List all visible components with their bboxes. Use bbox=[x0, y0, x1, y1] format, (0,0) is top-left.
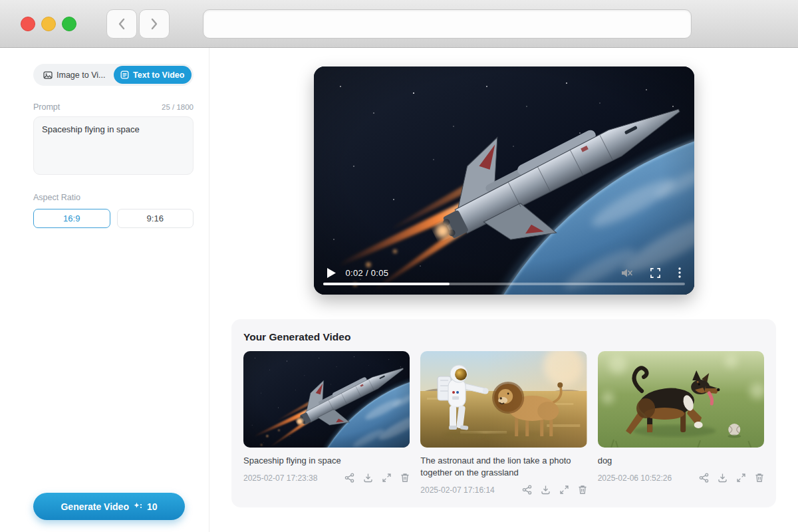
gallery-title: Your Generated Video bbox=[243, 331, 764, 343]
browser-chrome bbox=[0, 0, 798, 48]
nav-buttons bbox=[106, 9, 170, 39]
dog-thumbnail-image bbox=[598, 351, 764, 448]
download-icon bbox=[363, 473, 373, 483]
card-thumbnail-astronaut-lion[interactable] bbox=[420, 351, 587, 448]
video-card: The astronaut and the lion take a photo … bbox=[420, 351, 587, 495]
sidebar: Image to Vi... Text to Video Prompt 25 /… bbox=[0, 48, 209, 532]
share-button[interactable] bbox=[522, 485, 532, 495]
traffic-light-zoom-button[interactable] bbox=[62, 17, 76, 31]
card-title: Spaceship flying in space bbox=[243, 455, 410, 467]
credits-sparkle-icon bbox=[133, 502, 143, 511]
main-content: 0:02 / 0:05 bbox=[209, 48, 798, 532]
generate-video-label: Generate Video bbox=[61, 501, 128, 512]
mode-tabs: Image to Vi... Text to Video bbox=[33, 64, 194, 86]
tab-image-to-video[interactable]: Image to Vi... bbox=[35, 66, 114, 84]
play-button[interactable] bbox=[327, 268, 336, 278]
download-icon bbox=[541, 485, 551, 495]
play-icon bbox=[327, 268, 336, 278]
fullscreen-icon bbox=[650, 268, 660, 278]
download-button[interactable] bbox=[541, 485, 551, 495]
card-timestamp: 2025-02-07 17:23:38 bbox=[243, 473, 317, 483]
card-thumbnail-spaceship[interactable] bbox=[243, 351, 410, 448]
kebab-menu-icon bbox=[678, 267, 681, 278]
traffic-light-minimize-button[interactable] bbox=[41, 17, 56, 31]
mute-button[interactable] bbox=[621, 268, 632, 278]
share-icon bbox=[699, 473, 709, 483]
tab-label: Image to Vi... bbox=[57, 70, 105, 80]
trash-icon bbox=[400, 473, 410, 483]
back-chevron-icon bbox=[116, 17, 128, 31]
share-button[interactable] bbox=[699, 473, 709, 483]
card-thumbnail-dog[interactable] bbox=[598, 351, 764, 448]
video-card: dog 2025-02-06 10:52:26 bbox=[598, 351, 764, 495]
forward-chevron-icon bbox=[148, 17, 160, 31]
aspect-ratio-options: 16:9 9:16 bbox=[33, 209, 194, 228]
progress-fill bbox=[323, 283, 450, 285]
url-bar-input[interactable] bbox=[203, 9, 692, 39]
video-card: Spaceship flying in space 2025-02-07 17:… bbox=[243, 351, 410, 495]
share-icon bbox=[522, 485, 532, 495]
document-icon bbox=[120, 70, 129, 79]
astronaut-lion-thumbnail-image bbox=[420, 351, 587, 448]
trash-icon bbox=[578, 485, 587, 495]
tab-text-to-video[interactable]: Text to Video bbox=[114, 66, 192, 84]
gallery-cards: Spaceship flying in space 2025-02-07 17:… bbox=[243, 351, 764, 495]
card-title: dog bbox=[598, 455, 764, 467]
share-button[interactable] bbox=[344, 473, 354, 483]
prompt-label: Prompt bbox=[33, 102, 60, 112]
expand-icon bbox=[559, 485, 569, 495]
more-options-button[interactable] bbox=[678, 267, 681, 278]
fullscreen-button[interactable] bbox=[650, 268, 660, 278]
expand-button[interactable] bbox=[382, 473, 392, 483]
muted-volume-icon bbox=[621, 268, 632, 278]
download-button[interactable] bbox=[718, 473, 728, 483]
card-timestamp: 2025-02-07 17:16:14 bbox=[420, 485, 494, 495]
aspect-ratio-label: Aspect Ratio bbox=[33, 193, 194, 202]
forward-button[interactable] bbox=[139, 9, 170, 39]
progress-bar[interactable] bbox=[323, 283, 685, 285]
time-display: 0:02 / 0:05 bbox=[346, 268, 389, 278]
delete-button[interactable] bbox=[755, 473, 764, 483]
card-title: The astronaut and the lion take a photo … bbox=[420, 455, 587, 479]
spaceship-video-frame bbox=[314, 66, 694, 295]
expand-icon bbox=[736, 473, 746, 483]
traffic-light-close-button[interactable] bbox=[21, 17, 35, 31]
generated-videos-panel: Your Generated Video Spaceship flying in… bbox=[231, 319, 776, 507]
expand-button[interactable] bbox=[736, 473, 746, 483]
aspect-ratio-9-16-button[interactable]: 9:16 bbox=[117, 209, 194, 228]
expand-button[interactable] bbox=[559, 485, 569, 495]
video-player[interactable]: 0:02 / 0:05 bbox=[314, 66, 694, 295]
prompt-textarea[interactable]: Spaceship flying in space bbox=[33, 116, 194, 175]
tab-label: Text to Video bbox=[133, 70, 184, 80]
player-controls: 0:02 / 0:05 bbox=[314, 267, 694, 278]
delete-button[interactable] bbox=[578, 485, 587, 495]
delete-button[interactable] bbox=[400, 473, 410, 483]
trash-icon bbox=[755, 473, 764, 483]
download-icon bbox=[718, 473, 728, 483]
char-counter: 25 / 1800 bbox=[162, 103, 194, 111]
back-button[interactable] bbox=[106, 9, 137, 39]
share-icon bbox=[344, 473, 354, 483]
window-controls bbox=[21, 17, 76, 31]
aspect-ratio-16-9-button[interactable]: 16:9 bbox=[33, 209, 110, 228]
download-button[interactable] bbox=[363, 473, 373, 483]
expand-icon bbox=[382, 473, 392, 483]
credits-count: 10 bbox=[147, 501, 158, 512]
image-icon bbox=[43, 70, 53, 80]
card-timestamp: 2025-02-06 10:52:26 bbox=[598, 473, 672, 483]
generate-video-button[interactable]: Generate Video 10 bbox=[33, 493, 185, 520]
spaceship-thumbnail-image bbox=[243, 351, 410, 448]
